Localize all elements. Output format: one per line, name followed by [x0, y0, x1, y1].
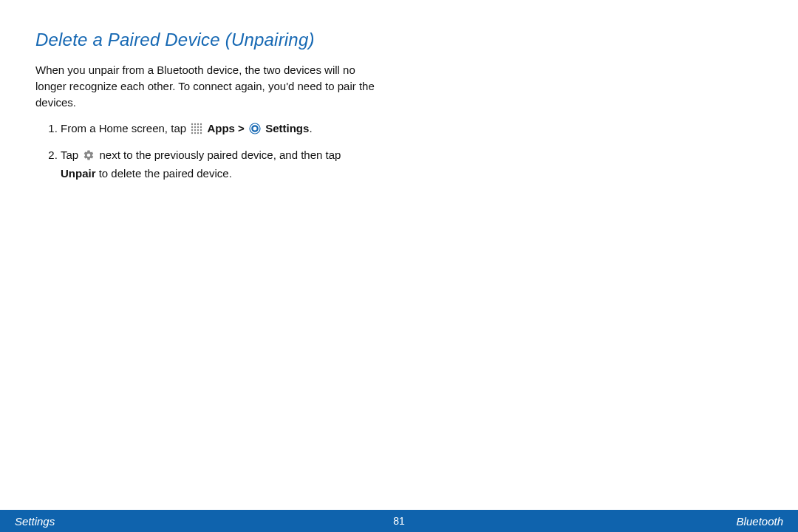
svg-point-10 [197, 129, 199, 131]
svg-point-0 [191, 123, 193, 125]
svg-point-14 [197, 132, 199, 134]
footer-left: Settings [15, 515, 55, 528]
svg-point-13 [194, 132, 196, 134]
step-2-text-b: next to the previously paired device, an… [100, 149, 341, 161]
svg-point-12 [191, 132, 193, 134]
svg-point-6 [197, 126, 199, 128]
step-1: From a Home screen, tap Apps > [61, 120, 378, 140]
settings-gear-icon [249, 123, 261, 140]
step-2: Tap next to the previously paired device… [61, 147, 378, 183]
footer-right: Bluetooth [737, 515, 783, 528]
svg-point-11 [200, 129, 202, 131]
footer-page-number: 81 [393, 515, 405, 527]
svg-point-5 [194, 126, 196, 128]
section-heading: Delete a Paired Device (Unpairing) [35, 30, 378, 50]
gear-icon [83, 149, 95, 166]
svg-point-1 [194, 123, 196, 125]
step-1-end: . [309, 122, 312, 134]
step-2-text-a: Tap [61, 149, 81, 161]
svg-point-9 [194, 129, 196, 131]
step-1-text-a: From a Home screen, tap [61, 122, 189, 134]
svg-point-4 [191, 126, 193, 128]
svg-point-7 [200, 126, 202, 128]
svg-point-8 [191, 129, 193, 131]
content-column: Delete a Paired Device (Unpairing) When … [0, 0, 414, 183]
svg-point-2 [197, 123, 199, 125]
intro-paragraph: When you unpair from a Bluetooth device,… [35, 62, 378, 110]
svg-point-15 [200, 132, 202, 134]
svg-point-16 [250, 123, 260, 134]
step-1-apps-label: Apps > [207, 122, 248, 134]
apps-grid-icon [191, 123, 202, 140]
page-footer: Settings 81 Bluetooth [0, 510, 798, 532]
step-2-text-c: to delete the paired device. [96, 167, 232, 180]
svg-point-3 [200, 123, 202, 125]
step-2-unpair-label: Unpair [61, 167, 96, 180]
step-1-settings-label: Settings [265, 122, 309, 134]
manual-page: Delete a Paired Device (Unpairing) When … [0, 0, 798, 532]
steps-list: From a Home screen, tap Apps > [35, 120, 378, 183]
